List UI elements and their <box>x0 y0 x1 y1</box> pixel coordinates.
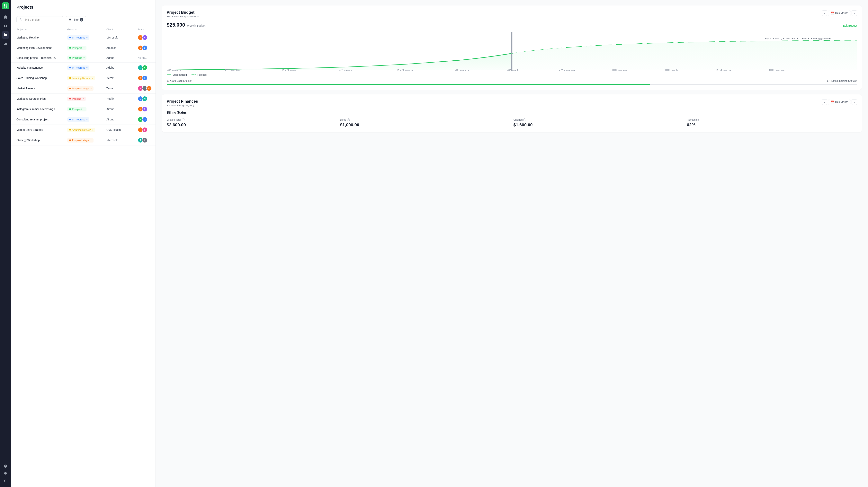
sidebar-item-bell[interactable] <box>2 470 9 477</box>
status-badge[interactable]: Awaiting Review ▾ <box>67 76 95 80</box>
finances-next-button[interactable]: › <box>851 99 857 105</box>
chevron-down-icon: ▾ <box>84 108 85 110</box>
sidebar-item-contacts[interactable] <box>2 22 9 30</box>
table-row[interactable]: Sales Training Workshop Awaiting Review … <box>11 73 156 83</box>
table-row[interactable]: Marketing Plan Development Prospect ▾ Am… <box>11 43 156 53</box>
billing-status-title: Billing Status <box>167 111 857 115</box>
avatar: B <box>142 35 148 40</box>
status-badge-cell: In Progress ▾ <box>67 117 106 122</box>
info-icon[interactable]: i <box>347 119 350 121</box>
status-dot <box>69 108 71 110</box>
budget-progress-bar <box>167 84 857 85</box>
status-badge[interactable]: Prospect ▾ <box>67 46 87 50</box>
search-input[interactable] <box>24 18 60 21</box>
status-badge[interactable]: Prospect ▾ <box>67 107 87 111</box>
table-row[interactable]: Website maintenance In Progress ▾ Adobe … <box>11 63 156 73</box>
remaining-label: Remaining <box>687 118 857 121</box>
status-badge[interactable]: In Progress ▾ <box>67 35 89 40</box>
sidebar-item-chart[interactable] <box>2 462 9 470</box>
filter-button[interactable]: Filter 1 <box>66 16 86 23</box>
column-client: Client <box>106 28 138 31</box>
client-name: Tesla <box>106 87 138 90</box>
filter-count: 1 <box>80 18 83 22</box>
status-badge-cell: In Progress ▾ <box>67 35 106 40</box>
status-badge[interactable]: Pausing ▾ <box>67 97 86 101</box>
status-badge[interactable]: Proposal stage ▾ <box>67 138 94 142</box>
billing-total-item: Billable Total i $2,600.00 <box>167 118 337 127</box>
status-badge[interactable]: Prospect ▾ <box>67 56 87 60</box>
sidebar-item-back[interactable] <box>2 477 9 485</box>
finances-card-header: Project Finances Retainer Billing ($2,60… <box>167 99 857 107</box>
budget-prev-button[interactable]: ‹ <box>822 10 827 16</box>
team-avatars: I J K <box>138 86 156 91</box>
sidebar-item-reports[interactable] <box>2 40 9 48</box>
budget-card: Project Budget Fee Based Budget ($25,000… <box>162 5 862 90</box>
billing-total-value: $2,600.00 <box>167 122 337 127</box>
avatar: M <box>142 96 148 101</box>
billed-value: $1,000.00 <box>340 122 510 127</box>
status-badge[interactable]: In Progress ▾ <box>67 117 89 122</box>
right-panel: Project Budget Fee Based Budget ($25,000… <box>156 0 868 487</box>
budget-stats: $17,600 Used (70.4%) $7,400 Remaining (2… <box>167 79 857 82</box>
status-badge-cell: Proposal stage ▾ <box>67 138 106 142</box>
table-row[interactable]: Market Entry Strategy Awaiting Review ▾ … <box>11 125 156 135</box>
client-name: Airbnb <box>106 118 138 121</box>
chart-svg: $25,000 Budget Jan Feb Mar Apr <box>167 32 857 71</box>
chevron-down-icon: ▾ <box>87 119 88 121</box>
column-team: Team <box>138 28 156 31</box>
status-badge-cell: Prospect ▾ <box>67 107 106 111</box>
sidebar-item-projects[interactable] <box>2 31 9 39</box>
legend-used: Budget used <box>167 73 187 76</box>
status-dot <box>69 37 71 38</box>
legend-forecast-label: Forecast <box>197 73 207 76</box>
sidebar-item-home[interactable] <box>2 13 9 21</box>
info-icon[interactable]: i <box>523 119 526 121</box>
project-name: Marketing Plan Development <box>17 46 67 50</box>
status-badge-cell: Proposal stage ▾ <box>67 86 106 91</box>
finances-prev-button[interactable]: ‹ <box>822 99 827 105</box>
chevron-down-icon: ▾ <box>83 98 84 100</box>
table-row[interactable]: Consulting project - Technical in... Pro… <box>11 53 156 63</box>
calendar-icon: 📅 <box>831 100 834 104</box>
table-row[interactable]: Consulting retainer project In Progress … <box>11 115 156 125</box>
unbilled-value: $1,600.00 <box>514 122 684 127</box>
project-name: Sales Training Workshop <box>17 76 67 79</box>
status-badge[interactable]: In Progress ▾ <box>67 65 89 70</box>
table-header: Project ⇅ Group ⇅ Client Team <box>11 26 156 32</box>
svg-text:Oct: Oct <box>663 69 678 71</box>
project-name: Website maintenance <box>17 66 67 69</box>
status-badge-cell: In Progress ▾ <box>67 65 106 70</box>
projects-header: Projects <box>11 0 156 13</box>
status-dot <box>69 88 71 89</box>
status-badge[interactable]: Awaiting Review ▾ <box>67 128 95 132</box>
avatar: Q <box>142 117 148 122</box>
finances-period-selector[interactable]: 📅 This Month <box>828 99 851 105</box>
status-badge[interactable]: Proposal stage ▾ <box>67 86 94 91</box>
page-title: Projects <box>17 5 150 10</box>
unbilled-item: Unbilled i $1,600.00 <box>514 118 684 127</box>
app-logo[interactable] <box>2 2 9 9</box>
client-name: Xerox <box>106 76 138 79</box>
budget-card-header: Project Budget Fee Based Budget ($25,000… <box>167 10 857 18</box>
budget-amount: $25,000 <box>167 22 185 28</box>
table-row[interactable]: Instagram summer advertising c... Prospe… <box>11 104 156 115</box>
budget-amount-header: $25,000 Weekly Budget Edit Budget <box>167 22 857 29</box>
table-row[interactable]: Marketing Retainer In Progress ▾ Microso… <box>11 32 156 43</box>
calendar-icon: 📅 <box>831 11 834 15</box>
edit-budget-link[interactable]: Edit Budget <box>843 24 857 27</box>
budget-next-button[interactable]: › <box>851 10 857 16</box>
search-box[interactable] <box>17 16 63 23</box>
table-row[interactable]: Market Research Proposal stage ▾ Tesla I… <box>11 83 156 94</box>
svg-rect-2 <box>4 6 5 8</box>
team-avatars: C D <box>138 45 156 51</box>
finances-card: Project Finances Retainer Billing ($2,60… <box>162 94 862 132</box>
info-icon[interactable]: i <box>182 119 184 121</box>
project-name: Market Entry Strategy <box>17 128 67 131</box>
team-avatars: L M <box>138 96 156 101</box>
avatar: F <box>142 65 148 70</box>
table-row[interactable]: Marketing Strategy Plan Pausing ▾ Netfli… <box>11 94 156 104</box>
no-member-text: No Me... <box>138 56 156 59</box>
budget-period-selector[interactable]: 📅 This Month <box>828 10 851 16</box>
legend-solid-icon <box>167 74 172 75</box>
table-row[interactable]: Strategy Workshop Proposal stage ▾ Micro… <box>11 135 156 145</box>
